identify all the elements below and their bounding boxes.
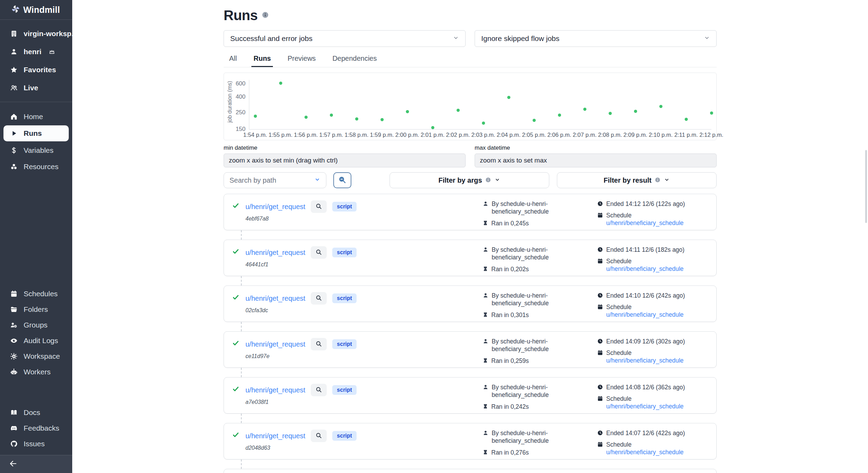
- success-check-icon: [232, 202, 239, 210]
- chart-data-point[interactable]: [482, 122, 485, 125]
- chart-data-point[interactable]: [507, 96, 510, 99]
- run-details-button[interactable]: [311, 200, 327, 213]
- run-card[interactable]: u/henri/get_request script 02cfa3dc By s…: [224, 285, 717, 322]
- chart-data-point[interactable]: [304, 116, 308, 119]
- jobs-filter-select[interactable]: Successful and error jobs: [224, 30, 466, 47]
- sidebar-item-runs[interactable]: Runs: [3, 125, 69, 141]
- max-datetime-label: max datetime: [475, 144, 717, 151]
- runs-list: u/henri/get_request script 4ebf67a8 By s…: [224, 194, 717, 473]
- run-path-link[interactable]: u/henri/get_request: [245, 294, 305, 302]
- chart-y-tick: 400: [226, 93, 245, 100]
- sidebar-item-workspace-switcher[interactable]: virgin-worksp...: [0, 25, 72, 43]
- run-card[interactable]: u/henri/get_request script d2048d63 By s…: [224, 423, 717, 459]
- sidebar-item-favorites[interactable]: Favorites: [0, 61, 72, 79]
- run-path-link[interactable]: u/henri/get_request: [245, 203, 305, 211]
- run-path-link[interactable]: u/henri/get_request: [245, 386, 305, 394]
- robot-icon: [10, 368, 18, 376]
- eye-icon: [10, 337, 18, 345]
- windmill-logo[interactable]: Windmill: [0, 0, 72, 20]
- users-icon: [10, 84, 18, 92]
- run-details-button[interactable]: [311, 338, 327, 350]
- run-details-button[interactable]: [311, 430, 327, 442]
- run-card[interactable]: u/henri/get_request script a7e038f1 By s…: [224, 377, 717, 414]
- scrollbar[interactable]: [865, 150, 867, 223]
- run-card[interactable]: u/henri/get_request script ce11d97e By s…: [224, 331, 717, 368]
- user-icon: [10, 48, 18, 56]
- sidebar-item-workspace-settings[interactable]: Workspace: [0, 348, 72, 364]
- run-triggered-by: By schedule-u-henri-beneficiary_schedule: [492, 430, 570, 445]
- tab-all[interactable]: All: [227, 52, 239, 67]
- info-icon[interactable]: [262, 11, 269, 20]
- tab-dependencies[interactable]: Dependencies: [330, 52, 379, 67]
- chart-data-point[interactable]: [431, 126, 434, 129]
- chart-data-point[interactable]: [406, 110, 409, 113]
- run-triggered-by: By schedule-u-henri-beneficiary_schedule: [492, 384, 570, 399]
- run-path-link[interactable]: u/henri/get_request: [245, 340, 305, 348]
- hourglass-icon: [483, 266, 488, 274]
- sidebar-item-docs[interactable]: Docs: [0, 405, 72, 420]
- chart-data-point[interactable]: [381, 118, 384, 121]
- run-card[interactable]: u/henri/get_request script 46441cf1 By s…: [224, 240, 717, 276]
- run-card[interactable]: u/henri/get_request script 4ebf67a8 By s…: [224, 194, 717, 230]
- sidebar-collapse-button[interactable]: [0, 455, 72, 473]
- sidebar-item-folders[interactable]: Folders: [0, 301, 72, 317]
- run-connector-line: [241, 322, 242, 331]
- hourglass-icon: [483, 220, 488, 228]
- run-path-link[interactable]: u/henri/get_request: [245, 432, 305, 440]
- search-by-path-select[interactable]: Search by path: [224, 172, 326, 188]
- chart-data-point[interactable]: [659, 105, 662, 108]
- schedule-link[interactable]: u/henri/beneficiary_schedule: [606, 219, 684, 226]
- run-details-button[interactable]: [311, 384, 327, 396]
- chart-data-point[interactable]: [609, 112, 612, 115]
- sidebar-item-workers[interactable]: Workers: [0, 364, 72, 380]
- chart-data-point[interactable]: [279, 82, 282, 85]
- job-duration-chart[interactable]: job duration (ms) 1502504006001:54 p.m.1…: [224, 73, 717, 140]
- tab-previews[interactable]: Previews: [285, 52, 318, 67]
- gear-icon: [10, 352, 18, 360]
- magnifier-icon: [315, 203, 322, 211]
- run-connector-line: [241, 414, 242, 423]
- chart-data-point[interactable]: [685, 118, 688, 121]
- sidebar-item-issues[interactable]: Issues: [0, 436, 72, 451]
- sidebar-item-schedules[interactable]: Schedules: [0, 286, 72, 301]
- sidebar-item-feedbacks[interactable]: Feedbacks: [0, 420, 72, 436]
- skipped-flow-filter-select[interactable]: Ignore skipped flow jobs: [475, 30, 717, 47]
- filter-by-result-button[interactable]: Filter by result: [557, 172, 717, 188]
- sidebar-item-variables[interactable]: Variables: [0, 142, 72, 158]
- schedule-link[interactable]: u/henri/beneficiary_schedule: [606, 311, 684, 318]
- run-card[interactable]: u/henri/get_request script By schedule-u…: [224, 469, 717, 473]
- chart-data-point[interactable]: [457, 109, 460, 112]
- success-check-icon: [232, 248, 239, 256]
- run-ended-at: Ended 14:12 12/6 (122s ago): [606, 200, 685, 208]
- sidebar-item-groups[interactable]: Groups: [0, 317, 72, 333]
- run-duration: Ran in 0,202s: [491, 266, 529, 273]
- schedule-link[interactable]: u/henri/beneficiary_schedule: [606, 449, 684, 456]
- chart-data-point[interactable]: [634, 110, 637, 113]
- run-ended-at: Ended 14:07 12/6 (422s ago): [606, 430, 685, 437]
- run-path-link[interactable]: u/henri/get_request: [245, 249, 305, 257]
- chart-data-point[interactable]: [254, 115, 257, 118]
- schedule-link[interactable]: u/henri/beneficiary_schedule: [606, 403, 684, 410]
- run-details-button[interactable]: [311, 246, 327, 259]
- star-icon: [10, 66, 18, 74]
- chart-data-point[interactable]: [355, 117, 358, 121]
- sidebar-item-user[interactable]: henri: [0, 43, 72, 61]
- sidebar-item-audit-logs[interactable]: Audit Logs: [0, 333, 72, 348]
- chart-data-point[interactable]: [583, 108, 586, 111]
- sidebar-item-resources[interactable]: Resources: [0, 158, 72, 175]
- search-button[interactable]: [333, 172, 351, 188]
- chart-data-point[interactable]: [710, 111, 713, 115]
- magnifier-icon: [315, 432, 322, 440]
- min-datetime-input[interactable]: [224, 153, 466, 167]
- tab-runs[interactable]: Runs: [251, 52, 273, 67]
- filter-by-args-button[interactable]: Filter by args: [390, 172, 549, 188]
- chart-data-point[interactable]: [533, 119, 536, 122]
- schedule-link[interactable]: u/henri/beneficiary_schedule: [606, 265, 684, 272]
- schedule-link[interactable]: u/henri/beneficiary_schedule: [606, 357, 684, 364]
- sidebar-item-live[interactable]: Live: [0, 79, 72, 97]
- sidebar-item-home[interactable]: Home: [0, 108, 72, 125]
- max-datetime-input[interactable]: [475, 153, 717, 167]
- run-details-button[interactable]: [311, 292, 327, 305]
- chart-data-point[interactable]: [330, 114, 333, 117]
- chart-data-point[interactable]: [558, 114, 561, 117]
